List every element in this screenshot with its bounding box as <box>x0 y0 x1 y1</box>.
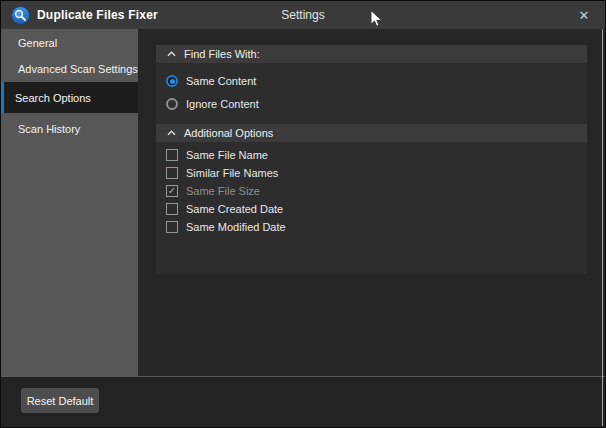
section-title: Additional Options <box>184 127 273 139</box>
chevron-up-icon <box>167 130 176 136</box>
checkbox-option-same-file-size[interactable]: Same File Size <box>166 185 587 197</box>
checkbox-label: Similar File Names <box>186 167 278 179</box>
sidebar-item-label: Scan History <box>18 123 80 135</box>
radio-option-same-content[interactable]: Same Content <box>166 74 587 88</box>
window-right-edge-highlight <box>602 29 603 426</box>
titlebar: Duplicate Files Fixer Settings ✕ <box>1 1 605 29</box>
radio-icon[interactable] <box>166 98 178 110</box>
checkbox-label: Same File Name <box>186 149 268 161</box>
content-area: Find Files With: Same Content Ignore Con… <box>138 29 605 376</box>
checkbox-icon[interactable] <box>166 221 178 233</box>
sidebar: General Advanced Scan Settings Search Op… <box>1 29 138 376</box>
page-title: Settings <box>281 1 324 29</box>
close-icon[interactable]: ✕ <box>573 1 595 29</box>
reset-default-button[interactable]: Reset Default <box>21 388 99 413</box>
window-body: General Advanced Scan Settings Search Op… <box>1 29 605 376</box>
checkbox-label: Same File Size <box>186 185 260 197</box>
radio-label: Ignore Content <box>186 98 259 110</box>
checkbox-icon[interactable] <box>166 185 178 197</box>
section-title: Find Files With: <box>184 48 260 60</box>
radio-option-ignore-content[interactable]: Ignore Content <box>166 97 587 111</box>
checkbox-icon[interactable] <box>166 167 178 179</box>
sidebar-item-advanced-scan-settings[interactable]: Advanced Scan Settings <box>1 55 138 82</box>
app-name: Duplicate Files Fixer <box>37 8 158 22</box>
radio-label: Same Content <box>186 75 256 87</box>
checkbox-option-same-created-date[interactable]: Same Created Date <box>166 203 587 215</box>
sidebar-item-search-options[interactable]: Search Options <box>1 82 138 113</box>
checkbox-icon[interactable] <box>166 203 178 215</box>
sidebar-item-label: General <box>18 37 57 49</box>
chevron-up-icon <box>167 51 176 57</box>
checkbox-option-same-file-name[interactable]: Same File Name <box>166 149 587 161</box>
sidebar-item-label: Advanced Scan Settings <box>18 63 138 75</box>
sidebar-item-general[interactable]: General <box>1 30 138 55</box>
radio-icon[interactable] <box>166 75 178 87</box>
search-options-panel: Find Files With: Same Content Ignore Con… <box>156 45 587 274</box>
checkbox-icon[interactable] <box>166 149 178 161</box>
checkbox-option-same-modified-date[interactable]: Same Modified Date <box>166 221 587 233</box>
checkbox-option-similar-file-names[interactable]: Similar File Names <box>166 167 587 179</box>
app-logo-magnifier-icon <box>11 6 30 25</box>
section-header-find-files-with[interactable]: Find Files With: <box>156 45 587 63</box>
sidebar-item-scan-history[interactable]: Scan History <box>1 113 138 144</box>
checkbox-label: Same Modified Date <box>186 221 286 233</box>
footer-bar: Reset Default <box>1 376 605 427</box>
settings-window: Duplicate Files Fixer Settings ✕ General… <box>0 0 606 428</box>
section-header-additional-options[interactable]: Additional Options <box>156 124 587 142</box>
sidebar-item-label: Search Options <box>15 92 91 104</box>
checkbox-label: Same Created Date <box>186 203 283 215</box>
